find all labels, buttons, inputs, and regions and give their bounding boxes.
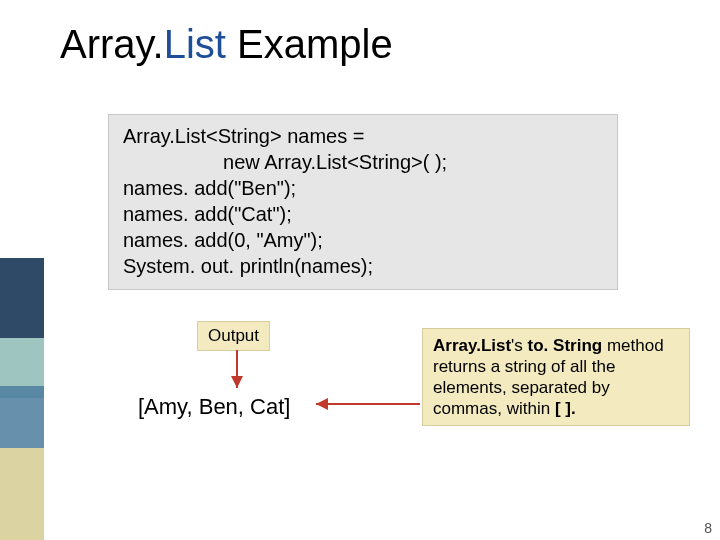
sidebar-block (0, 448, 44, 540)
note-bold: to. String (528, 336, 603, 355)
note-bold: Array.List (433, 336, 511, 355)
sidebar-block (0, 258, 44, 338)
slide: Array.List Example Array.List<String> na… (0, 0, 720, 540)
sidebar-block (0, 386, 44, 454)
title-accent: List (164, 22, 226, 66)
slide-title: Array.List Example (60, 22, 393, 67)
note-box: Array.List's to. String method returns a… (422, 328, 690, 426)
output-value: [Amy, Ben, Cat] (138, 394, 290, 420)
page-number: 8 (704, 520, 712, 536)
decorative-sidebar (0, 258, 44, 540)
note-text: 's (511, 336, 527, 355)
code-block: Array.List<String> names = new Array.Lis… (108, 114, 618, 290)
output-label: Output (197, 321, 270, 351)
title-part: Example (226, 22, 393, 66)
note-bold: [ ]. (555, 399, 576, 418)
title-part: Array. (60, 22, 164, 66)
